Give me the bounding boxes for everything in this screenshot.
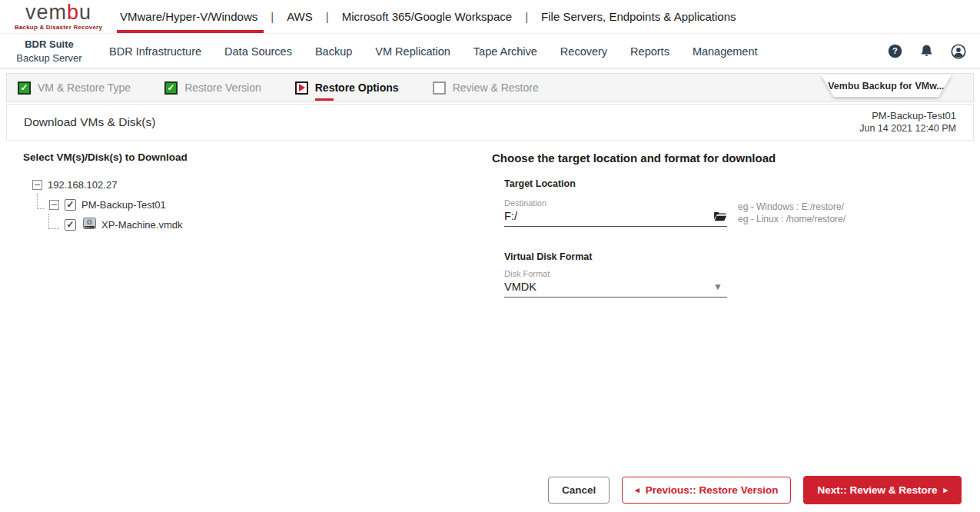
destination-hints: eg - Windows : E:/restore/ eg - Linux : … <box>738 201 845 227</box>
nav-recovery[interactable]: Recovery <box>560 45 607 58</box>
right-arrow-icon: ▸ <box>943 486 948 494</box>
target-location-section: Target Location Destination eg - Windo <box>504 178 957 227</box>
step-done-check-icon <box>164 81 178 95</box>
next-label: Next:: Review & Restore <box>817 484 937 496</box>
tree-disk-label: XP-Machine.vmdk <box>101 219 182 231</box>
step-vm-restore-type[interactable]: VM & Restore Type <box>18 81 131 95</box>
nav-separator: | <box>271 10 274 23</box>
previous-button[interactable]: ◂ Previous:: Restore Version <box>622 477 791 504</box>
server-subtitle: Backup Server <box>0 52 98 65</box>
next-button[interactable]: Next:: Review & Restore ▸ <box>803 476 962 504</box>
step-label: Restore Version <box>184 81 261 94</box>
vembu-logo[interactable]: vembu Backup & Disaster Recovery <box>9 2 108 31</box>
nav-separator: | <box>326 10 329 23</box>
header-icons: ? <box>888 44 966 59</box>
logo-tagline: Backup & Disaster Recovery <box>9 25 108 31</box>
tree-row-host: 192.168.102.27 <box>32 175 492 194</box>
vm-disk-select-panel: Select VM(s)/Disk(s) to Download 192.168… <box>23 151 492 298</box>
restore-context: PM-Backup-Test01 Jun 14 2021 12:40 PM <box>859 109 956 135</box>
hard-disk-icon <box>83 218 96 231</box>
destination-field <box>504 210 727 227</box>
destination-label: Destination <box>504 198 727 208</box>
context-backup-name: PM-Backup-Test01 <box>859 109 956 123</box>
tab-aws[interactable]: AWS <box>285 0 314 33</box>
title-bar: Download VMs & Disk(s) PM-Backup-Test01 … <box>6 104 974 141</box>
destination-input[interactable] <box>504 210 713 222</box>
tab-vmware-hyperv-windows[interactable]: VMware/Hyper-V/Windows <box>118 0 259 33</box>
tree-host-label: 192.168.102.27 <box>48 179 117 191</box>
virtual-disk-format-label: Virtual Disk Format <box>504 251 957 262</box>
vm-disk-tree: 192.168.102.27 PM-Backup-Test01 XP-Machi… <box>23 175 492 234</box>
tree-connector <box>37 194 44 209</box>
browse-folder-button[interactable] <box>713 211 727 222</box>
cancel-button[interactable]: Cancel <box>548 477 610 504</box>
hint-linux: eg - Linux : /home/restore/ <box>738 213 845 225</box>
tab-microsoft365-google[interactable]: Microsoft 365/Google Workspace <box>341 0 514 33</box>
main-nav-items: BDR Infrastructure Data Sources Backup V… <box>109 45 758 58</box>
user-account-icon[interactable] <box>951 44 966 59</box>
nav-backup[interactable]: Backup <box>315 45 352 58</box>
tree-row-disk: XP-Machine.vmdk <box>48 214 492 234</box>
disk-checkbox[interactable] <box>65 219 76 231</box>
nav-tape-archive[interactable]: Tape Archive <box>473 45 537 58</box>
tree-row-vm: PM-Backup-Test01 <box>37 194 492 214</box>
wizard-step-bar: VM & Restore Type Restore Version Restor… <box>6 73 974 102</box>
step-active-play-icon <box>295 81 308 95</box>
help-icon[interactable]: ? <box>888 44 902 58</box>
wizard-footer: Cancel ◂ Previous:: Restore Version Next… <box>548 476 962 504</box>
main-nav: BDR Suite Backup Server BDR Infrastructu… <box>0 34 980 69</box>
product-switcher-nav: VMware/Hyper-V/Windows | AWS | Microsoft… <box>118 0 738 33</box>
cancel-label: Cancel <box>562 484 596 496</box>
content-area: Select VM(s)/Disk(s) to Download 192.168… <box>0 141 980 298</box>
product-tab[interactable]: Vembu Backup for VMw... <box>821 75 952 97</box>
target-options-panel: Choose the target location and format fo… <box>492 151 957 298</box>
logo-text: vembu <box>9 2 108 23</box>
disk-format-select[interactable]: VMDK ▼ <box>504 281 727 298</box>
form-panel-heading: Choose the target location and format fo… <box>492 151 957 165</box>
nav-vm-replication[interactable]: VM Replication <box>375 45 450 58</box>
previous-label: Previous:: Restore Version <box>646 484 779 496</box>
virtual-disk-format-section: Virtual Disk Format Disk Format VMDK ▼ <box>504 251 957 298</box>
nav-separator: | <box>525 10 528 23</box>
disk-format-value: VMDK <box>504 281 713 293</box>
server-title: BDR Suite <box>0 38 98 52</box>
step-pending-box-icon <box>433 81 446 95</box>
disk-format-label: Disk Format <box>504 269 957 278</box>
tree-connector <box>48 214 59 229</box>
chevron-down-icon: ▼ <box>713 281 723 292</box>
target-location-label: Target Location <box>504 178 957 189</box>
nav-data-sources[interactable]: Data Sources <box>224 45 292 58</box>
step-review-restore[interactable]: Review & Restore <box>433 81 539 95</box>
step-label: VM & Restore Type <box>38 81 131 94</box>
svg-text:?: ? <box>892 46 898 55</box>
collapse-icon[interactable] <box>32 180 42 190</box>
hint-windows: eg - Windows : E:/restore/ <box>738 201 845 213</box>
collapse-icon[interactable] <box>49 200 59 210</box>
vm-checkbox[interactable] <box>65 199 76 211</box>
nav-management[interactable]: Management <box>693 45 758 58</box>
tree-vm-label: PM-Backup-Test01 <box>81 199 166 211</box>
tab-file-servers-endpoints[interactable]: File Servers, Endpoints & Applications <box>540 0 737 33</box>
left-arrow-icon: ◂ <box>635 486 639 494</box>
nav-bdr-infrastructure[interactable]: BDR Infrastructure <box>109 45 201 58</box>
folder-open-icon <box>713 213 727 224</box>
notifications-bell-icon[interactable] <box>919 44 934 58</box>
top-header: vembu Backup & Disaster Recovery VMware/… <box>0 0 980 34</box>
server-identity: BDR Suite Backup Server <box>0 38 98 65</box>
step-restore-version[interactable]: Restore Version <box>164 81 261 95</box>
step-done-check-icon <box>18 81 31 95</box>
step-label: Restore Options <box>315 81 399 94</box>
nav-reports[interactable]: Reports <box>630 45 669 58</box>
product-tab-wrap: Vembu Backup for VMw... <box>796 75 973 97</box>
page-title: Download VMs & Disk(s) <box>24 115 155 129</box>
step-label: Review & Restore <box>453 81 539 94</box>
step-restore-options[interactable]: Restore Options <box>295 81 399 95</box>
tree-panel-heading: Select VM(s)/Disk(s) to Download <box>23 151 492 163</box>
context-restore-point-time: Jun 14 2021 12:40 PM <box>859 122 956 135</box>
